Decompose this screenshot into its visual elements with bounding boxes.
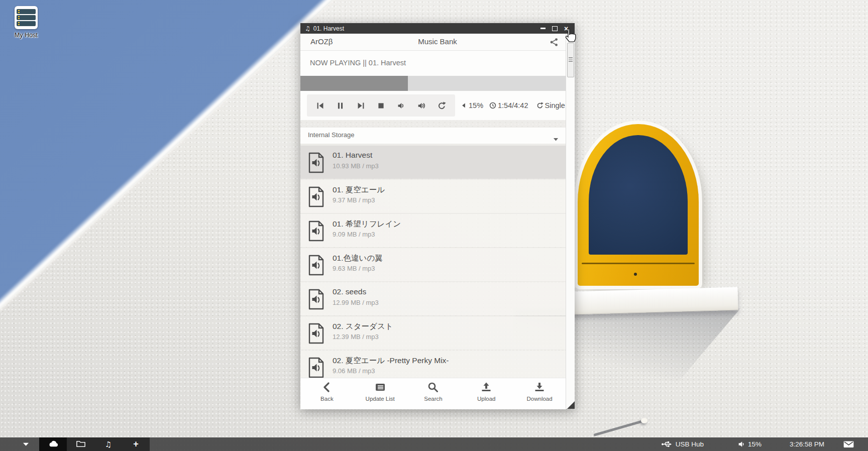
window-titlebar[interactable]: ♫ 01. Harvest × (300, 23, 575, 34)
maximize-button[interactable] (551, 25, 558, 32)
track-meta: 9.37 MB / mp3 (333, 196, 375, 204)
scrollbar-grip (569, 57, 573, 62)
close-button[interactable]: × (563, 25, 570, 32)
left-triangle-icon (460, 102, 467, 109)
speaker-icon (738, 440, 744, 448)
taskbar-status-area: USB Hub 15% 3:26:58 PM (661, 440, 868, 448)
player-controls: 15% 1:54/4:42 Single (300, 91, 566, 120)
upload-icon (460, 382, 513, 395)
seek-bar-fill (300, 76, 408, 91)
cloud-icon (48, 439, 58, 450)
taskbar: ♫+ USB Hub 15% 3:26:58 PM (0, 437, 868, 451)
volume-down-button[interactable] (395, 99, 407, 111)
list-item[interactable]: 01. Harvest10.93 MB / mp3 (300, 146, 566, 179)
scrollbar-thumb[interactable] (567, 43, 574, 77)
window-glass (589, 135, 688, 255)
update-list-icon (354, 382, 407, 395)
stop-button[interactable] (375, 99, 387, 111)
list-item[interactable]: 01.色違いの翼9.63 MB / mp3 (300, 248, 566, 281)
volume-indicator: 15% (460, 101, 483, 109)
track-title: 01.色違いの翼 (333, 253, 383, 264)
playlist: 01. Harvest10.93 MB / mp301. 夏空エール9.37 M… (300, 146, 566, 385)
back-button[interactable]: Back (300, 378, 354, 409)
toolbar-label: Upload (460, 396, 513, 402)
taskbar-apps: ♫+ (39, 437, 150, 451)
download-button[interactable]: Download (513, 378, 566, 409)
taskbar-chevron-down-icon[interactable] (20, 437, 31, 451)
window-frame-dot (634, 273, 637, 276)
repeat-button[interactable] (436, 99, 448, 111)
update-list-button[interactable]: Update List (354, 378, 407, 409)
track-title: 01. 夏空エール (333, 185, 385, 195)
clock-icon (489, 102, 496, 109)
usb-status[interactable]: USB Hub (661, 440, 704, 448)
next-button[interactable] (355, 99, 367, 111)
taskbar-app-file-manager[interactable] (67, 437, 94, 451)
app-header: ArOZβ Music Bank (300, 34, 575, 51)
track-title: 02. seeds (333, 287, 366, 296)
taskbar-app-music[interactable]: ♫ (94, 437, 122, 451)
track-title: 02. 夏空エール -Pretty Perky Mix- (333, 356, 449, 366)
audio-file-icon (307, 152, 324, 173)
plus-icon: + (133, 439, 139, 449)
toolbar-label: Search (407, 396, 460, 402)
back-icon (300, 382, 354, 395)
window-controls: × (539, 25, 575, 32)
audio-file-icon (307, 255, 324, 276)
track-meta: 9.06 MB / mp3 (333, 367, 375, 375)
window-sill (572, 287, 738, 314)
desktop-icon-label: My Host (7, 32, 45, 39)
music-note-icon: ♫ (105, 440, 112, 449)
play-mode-toggle[interactable]: Single (536, 101, 565, 109)
wall-knob (641, 418, 647, 423)
mail-icon[interactable] (843, 440, 854, 448)
folder-icon (76, 439, 86, 450)
storage-select[interactable]: Internal Storage (300, 128, 566, 144)
share-icon[interactable] (550, 38, 559, 47)
repeat-icon (536, 102, 544, 109)
chevron-down-icon (553, 134, 559, 138)
storage-select-value: Internal Storage (308, 131, 355, 139)
transport-buttons (307, 94, 455, 117)
server-icon (15, 6, 38, 29)
search-icon (407, 382, 460, 395)
page-title: Music Bank (300, 37, 575, 46)
window-frame-line (582, 263, 695, 264)
taskbar-app-add-app[interactable]: + (122, 437, 150, 451)
scrollbar-track[interactable] (566, 34, 575, 409)
previous-button[interactable] (314, 99, 326, 111)
toolbar-label: Download (513, 396, 566, 402)
search-button[interactable]: Search (407, 378, 460, 409)
usb-icon (661, 440, 672, 448)
track-title: 01. 希望リフレイン (333, 219, 401, 230)
list-item[interactable]: 01. 希望リフレイン9.09 MB / mp3 (300, 214, 566, 247)
audio-file-icon (307, 220, 324, 242)
track-meta: 12.99 MB / mp3 (333, 299, 379, 306)
track-title: 02. スターダスト (333, 321, 393, 332)
bottom-toolbar: BackUpdate ListSearchUploadDownload (300, 378, 566, 409)
minimize-button[interactable] (539, 25, 547, 32)
taskbar-app-cloud[interactable] (39, 437, 67, 451)
desktop-icon-my-host[interactable]: My Host (7, 6, 45, 39)
music-player-window: ♫ 01. Harvest × ArOZβ Music Bank NOW PLA… (300, 23, 575, 409)
seek-bar[interactable] (300, 76, 566, 91)
toolbar-label: Back (300, 396, 354, 402)
audio-file-icon (307, 323, 324, 344)
track-meta: 9.09 MB / mp3 (333, 231, 375, 238)
track-meta: 10.93 MB / mp3 (333, 162, 379, 170)
clock[interactable]: 3:26:58 PM (790, 440, 824, 448)
track-title: 01. Harvest (333, 151, 372, 160)
list-item[interactable]: 02. スターダスト12.39 MB / mp3 (300, 316, 566, 350)
pause-button[interactable] (335, 99, 347, 111)
volume-up-button[interactable] (415, 99, 427, 111)
list-item[interactable]: 01. 夏空エール9.37 MB / mp3 (300, 180, 566, 213)
volume-status[interactable]: 15% (738, 440, 762, 448)
upload-button[interactable]: Upload (460, 378, 513, 409)
audio-file-icon (307, 186, 324, 207)
arched-window-photo (578, 124, 699, 286)
list-item[interactable]: 02. seeds12.99 MB / mp3 (300, 282, 566, 315)
audio-file-icon (307, 357, 324, 378)
download-icon (513, 382, 566, 395)
window-resize-handle[interactable] (567, 401, 575, 409)
music-note-icon: ♫ (305, 25, 310, 32)
